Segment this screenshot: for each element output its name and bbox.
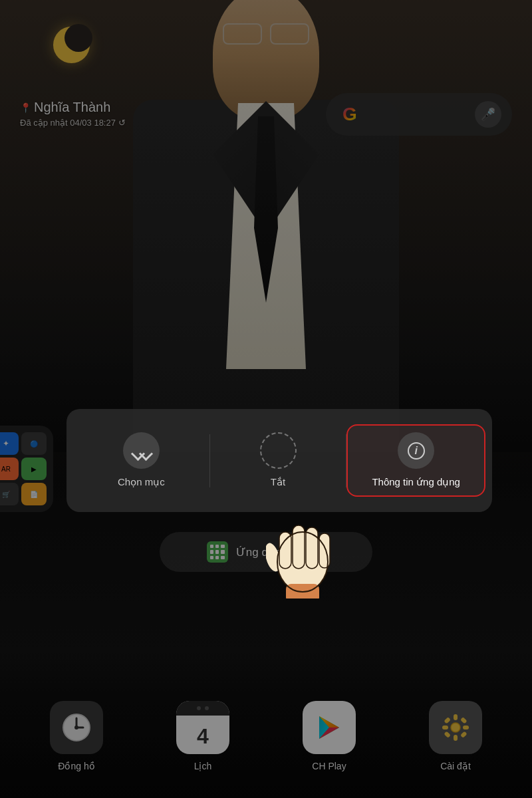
svg-rect-22 <box>454 735 458 741</box>
svg-rect-23 <box>442 726 448 730</box>
tat-icon <box>260 432 297 469</box>
google-g-letter: G <box>342 104 357 125</box>
tat-label: Tắt <box>271 475 285 489</box>
folder-app-3[interactable]: AR <box>0 458 19 480</box>
svg-rect-1 <box>279 532 291 569</box>
calendar-header <box>176 701 229 716</box>
person-wallpaper <box>66 0 466 452</box>
svg-rect-28 <box>460 731 467 738</box>
google-logo: G <box>336 101 363 128</box>
dock-item-chplay[interactable]: CH Play <box>303 701 356 771</box>
calendar-number: 4 <box>197 724 209 749</box>
calendar-icon: 4 <box>176 701 229 754</box>
dock-item-calendar[interactable]: 4 Lịch <box>176 701 229 771</box>
my-apps-grid-icon <box>207 541 228 563</box>
context-menu-item-thong-tin[interactable]: i Thông tin ứng dụng <box>346 424 485 497</box>
folder-app-1[interactable]: ✦ <box>0 432 19 455</box>
dock-item-clock[interactable]: Đồng hồ <box>50 701 103 771</box>
dock-item-settings[interactable]: Cài đặt <box>429 701 482 771</box>
svg-point-15 <box>74 726 78 730</box>
chplay-label: CH Play <box>312 761 346 771</box>
chevron-down-icon <box>133 446 149 456</box>
svg-rect-26 <box>460 717 467 724</box>
thong-tin-label: Thông tin ứng dụng <box>372 475 460 489</box>
playstore-icon <box>303 701 356 754</box>
clock-icon <box>50 701 103 754</box>
folder-app-2[interactable]: 🔵 <box>21 432 47 455</box>
settings-icon <box>429 701 482 754</box>
thong-tin-icon: i <box>398 432 434 469</box>
svg-rect-24 <box>463 726 469 730</box>
moon-icon <box>53 27 93 66</box>
context-menu-item-chon-muc[interactable]: Chọn mục <box>73 426 209 495</box>
location-name: Nghĩa Thành <box>34 100 110 115</box>
context-menu-item-tat[interactable]: Tắt <box>210 426 346 495</box>
chon-muc-label: Chọn mục <box>118 475 165 489</box>
chon-muc-icon <box>123 432 160 469</box>
context-menu: Chọn mục Tắt i Thông tin ứng dụng <box>66 409 492 512</box>
location-pin-icon: 📍 <box>20 102 31 113</box>
app-folder[interactable]: ✦ 🔵 AR ▶ 🛒 📄 <box>0 426 53 512</box>
calendar-label: Lịch <box>194 761 212 771</box>
bottom-dock: Đồng hồ 4 Lịch <box>0 652 532 798</box>
folder-app-6[interactable]: 📄 <box>21 483 47 505</box>
search-bar[interactable]: G 🎤 <box>326 93 512 136</box>
svg-point-20 <box>451 723 460 732</box>
mic-button[interactable]: 🎤 <box>475 101 501 128</box>
svg-rect-27 <box>444 731 451 738</box>
person-glasses <box>219 23 313 43</box>
info-circle-icon: i <box>408 442 425 460</box>
location-updated: Đã cập nhật 04/03 18:27 ↺ <box>20 118 126 128</box>
clock-label: Đồng hồ <box>58 761 94 771</box>
location-widget: 📍 Nghĩa Thành Đã cập nhật 04/03 18:27 ↺ <box>20 100 126 128</box>
hand-cursor-pointer <box>266 505 346 598</box>
folder-app-4[interactable]: ▶ <box>21 458 47 480</box>
folder-app-5[interactable]: 🛒 <box>0 483 19 505</box>
mic-icon: 🎤 <box>481 107 495 122</box>
settings-label: Cài đặt <box>440 761 471 771</box>
svg-rect-21 <box>454 714 458 720</box>
svg-rect-25 <box>444 717 451 724</box>
